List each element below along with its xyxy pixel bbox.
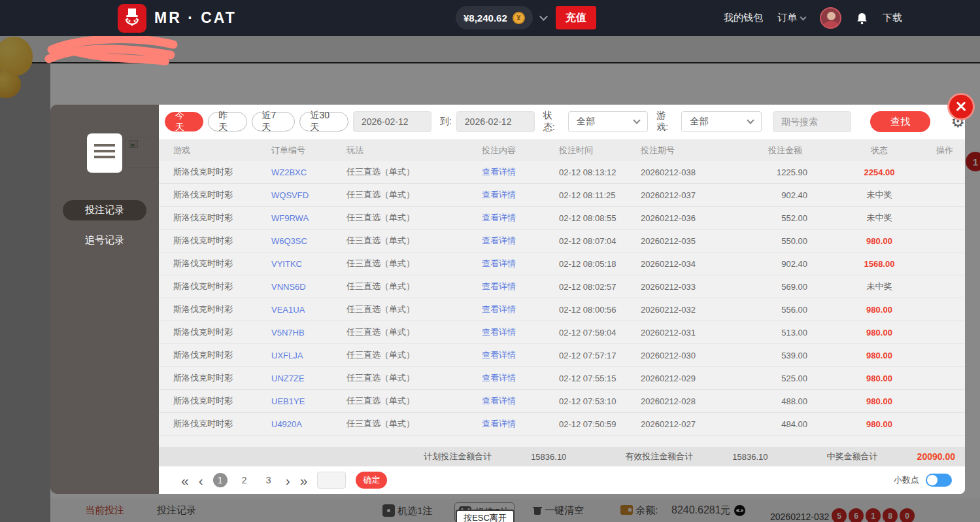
period-search-input[interactable] <box>773 111 851 132</box>
view-details-link[interactable]: 查看详情 <box>482 372 559 384</box>
view-details-link[interactable]: 查看详情 <box>482 304 559 315</box>
summary-row: 计划投注金额合计 15836.10 有效投注金额合计 15836.10 中奖金额… <box>159 447 965 466</box>
cell-game: 斯洛伐克时时彩 <box>173 418 271 430</box>
page-numbers: 123 <box>213 473 276 487</box>
page-jump-confirm-button[interactable]: 确定 <box>356 472 387 489</box>
page-jump-input[interactable] <box>317 472 346 489</box>
date-from-input[interactable] <box>353 111 431 132</box>
cell-status: 980.00 <box>840 419 919 429</box>
cell-status: 1568.00 <box>840 259 919 269</box>
cell-game: 斯洛伐克时时彩 <box>173 189 271 201</box>
cell-bet-period: 20260212-027 <box>641 419 768 429</box>
cell-status: 未中奖 <box>840 189 919 201</box>
cell-game: 斯洛伐克时时彩 <box>173 212 271 224</box>
cell-bet-time: 02-12 08:08:55 <box>559 213 641 223</box>
game-select[interactable]: 全部 <box>681 111 761 132</box>
status-label: 状态: <box>543 110 564 133</box>
order-number-link[interactable]: UEB1YE <box>271 396 346 406</box>
order-number-link[interactable]: VNNS6D <box>271 282 346 292</box>
order-number-link[interactable]: WQSVFD <box>271 190 346 200</box>
sidebar-item-chase-records[interactable]: 追号记录 <box>85 234 124 247</box>
table-row: 斯洛伐克时时彩UNZ7ZE任三直选（单式）查看详情02-12 07:55:152… <box>159 367 965 390</box>
prev-page-button[interactable]: ‹ <box>199 474 203 487</box>
view-details-link[interactable]: 查看详情 <box>482 418 559 430</box>
view-details-link[interactable]: 查看详情 <box>482 189 559 201</box>
cell-bet-period: 20260212-038 <box>641 167 768 177</box>
filter-bar: 今天 昨天 近7天 近30天 到: 状态: 全部 游戏: 全部 查找 ⚙ <box>159 105 965 139</box>
filter-last30[interactable]: 近30天 <box>299 112 348 131</box>
recharge-button[interactable]: 充值 <box>556 6 596 29</box>
decimal-toggle[interactable] <box>926 474 952 487</box>
page-button-3[interactable]: 3 <box>262 475 276 485</box>
order-number-link[interactable]: V5N7HB <box>271 328 346 338</box>
order-number-link[interactable]: VEA1UA <box>271 305 346 315</box>
view-details-link[interactable]: 查看详情 <box>482 281 559 292</box>
pagination-bar: « ‹ 123 › » 确定 小数点 <box>159 466 965 494</box>
bell-icon[interactable] <box>856 12 868 25</box>
last-page-button[interactable]: » <box>300 474 308 487</box>
cell-status: 980.00 <box>840 328 919 338</box>
win-total-label: 中奖金额合计 <box>827 451 878 462</box>
cell-bet-time: 02-12 08:00:56 <box>559 305 641 315</box>
order-number-link[interactable]: W6Q3SC <box>271 236 346 246</box>
order-number-link[interactable]: WF9RWA <box>271 213 346 223</box>
wallet-balance-pill[interactable]: ¥8,240.62 ¥ <box>456 6 533 29</box>
cell-playtype: 任三直选（单式） <box>346 189 482 201</box>
cell-bet-amount: 552.00 <box>768 213 840 223</box>
order-number-link[interactable]: U4920A <box>271 419 346 429</box>
page-button-2[interactable]: 2 <box>237 475 252 485</box>
orders-menu[interactable]: 订单 <box>777 12 805 24</box>
cell-bet-amount: 539.00 <box>768 351 840 360</box>
page-button-1[interactable]: 1 <box>213 473 228 487</box>
search-button[interactable]: 查找 <box>870 111 931 132</box>
toggle-knob <box>927 475 938 485</box>
view-details-link[interactable]: 查看详情 <box>482 326 559 338</box>
cell-bet-period: 20260212-033 <box>641 282 768 292</box>
filter-yesterday[interactable]: 昨天 <box>208 112 246 131</box>
cell-status: 未中奖 <box>840 212 919 224</box>
cell-game: 斯洛伐克时时彩 <box>173 395 271 407</box>
order-number-link[interactable]: UXFLJA <box>271 351 346 360</box>
wallet-balance-value: ¥8,240.62 <box>464 12 507 24</box>
view-details-link[interactable]: 查看详情 <box>482 235 559 247</box>
filter-last7[interactable]: 近7天 <box>252 112 296 131</box>
table-row: 斯洛伐克时时彩WQSVFD任三直选（单式）查看详情02-12 08:11:252… <box>159 184 965 207</box>
cell-bet-period: 20260212-028 <box>641 396 768 406</box>
order-number-link[interactable]: UNZ7ZE <box>271 374 346 383</box>
records-document-icon <box>87 133 122 173</box>
view-details-link[interactable]: 查看详情 <box>482 258 559 270</box>
cell-bet-time: 02-12 07:55:15 <box>559 374 641 383</box>
order-number-link[interactable]: VYITKC <box>271 259 346 269</box>
cell-bet-amount: 902.40 <box>768 259 840 269</box>
order-number-link[interactable]: WZ2BXC <box>271 167 346 177</box>
view-details-link[interactable]: 查看详情 <box>482 349 559 361</box>
cell-playtype: 任三直选（单式） <box>346 212 482 224</box>
cell-bet-amount: 569.00 <box>768 282 840 292</box>
cell-playtype: 任三直选（单式） <box>346 258 482 270</box>
planned-total-label: 计划投注金额合计 <box>424 451 492 462</box>
close-modal-button[interactable] <box>949 95 973 118</box>
status-select[interactable]: 全部 <box>568 111 648 132</box>
chevron-down-icon <box>747 116 754 124</box>
cell-bet-time: 02-12 08:07:04 <box>559 236 641 246</box>
sidebar-item-bet-records[interactable]: 投注记录 <box>63 200 146 220</box>
my-wallet-link[interactable]: 我的钱包 <box>724 12 763 24</box>
brand-logo-icon[interactable] <box>118 4 146 33</box>
screen: ¥ 8240.6281 投注记录 ♪ 音效设定 <box>0 0 980 522</box>
chevron-down-icon[interactable] <box>539 12 548 21</box>
first-page-button[interactable]: « <box>181 474 189 487</box>
filter-today[interactable]: 今天 <box>165 112 203 131</box>
next-page-button[interactable]: › <box>286 474 290 487</box>
view-details-link[interactable]: 查看详情 <box>482 166 559 178</box>
view-details-link[interactable]: 查看详情 <box>482 212 559 224</box>
cell-bet-amount: 513.00 <box>768 328 840 338</box>
table-row: 斯洛伐克时时彩VEA1UA任三直选（单式）查看详情02-12 08:00:562… <box>159 298 965 321</box>
valid-total-value: 15836.10 <box>732 452 768 462</box>
download-link[interactable]: 下载 <box>883 12 902 24</box>
table-row: 斯洛伐克时时彩VNNS6D任三直选（单式）查看详情02-12 08:02:572… <box>159 275 965 298</box>
cell-game: 斯洛伐克时时彩 <box>173 258 271 270</box>
avatar[interactable] <box>820 7 841 29</box>
view-details-link[interactable]: 查看详情 <box>482 395 559 407</box>
decimal-label: 小数点 <box>894 474 919 486</box>
date-to-input[interactable] <box>456 111 535 132</box>
